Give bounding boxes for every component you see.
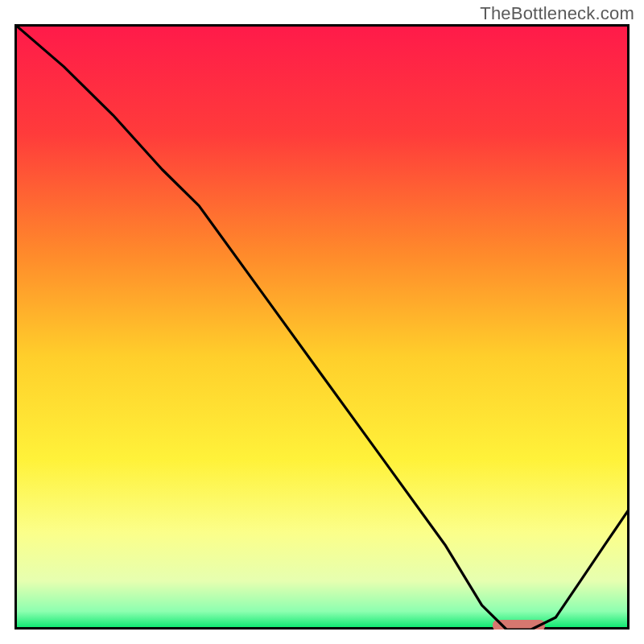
chart-svg: [14, 24, 630, 630]
chart-frame: [14, 24, 630, 630]
watermark-text: TheBottleneck.com: [480, 3, 634, 24]
chart-background-gradient: [14, 24, 630, 630]
